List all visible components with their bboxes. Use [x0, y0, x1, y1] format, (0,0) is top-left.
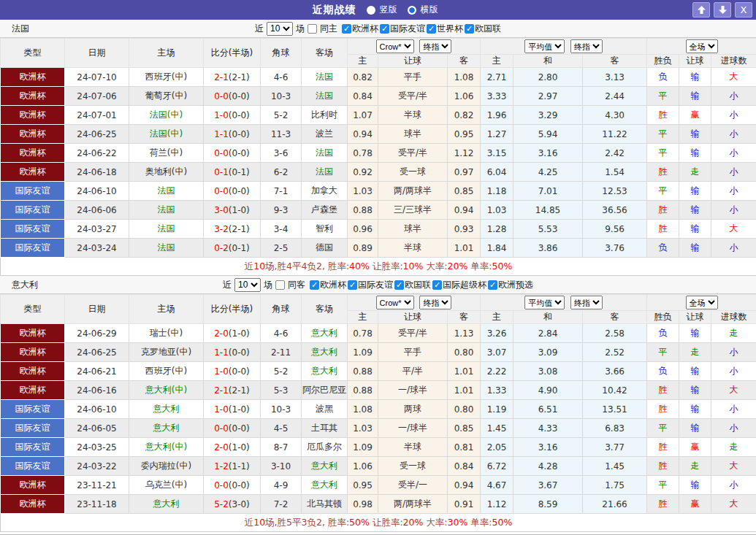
home-team: 奥地利(中) [129, 163, 204, 182]
vertical-layout-label[interactable]: 竖版 [380, 4, 397, 16]
competition-filter[interactable]: ✓世界杯 [427, 23, 463, 35]
away-handicap-odds: 0.80 [448, 343, 481, 362]
competition-filter[interactable]: ✓欧洲预选 [488, 279, 533, 291]
corner-score: 7-1 [261, 182, 302, 201]
table-row: 国际友谊 24-03-27 法国 3-2(2-1) 3-4 智利 0.96 球半… [1, 220, 756, 239]
away-handicap-odds: 0.85 [448, 419, 481, 438]
result-goals: 小 [711, 163, 756, 182]
odds-source-select[interactable]: Crow* [376, 39, 414, 53]
avg-source-select[interactable]: 平均值 [524, 39, 565, 53]
avg-source-select[interactable]: 平均值 [524, 296, 565, 309]
match-date: 24-07-06 [65, 87, 129, 106]
result-winlose: 平 [647, 144, 679, 163]
home-handicap-odds: 1.09 [348, 343, 378, 362]
same-venue-label[interactable]: 同客 [288, 279, 305, 291]
close-button[interactable]: X [735, 2, 752, 18]
competition-label[interactable]: 欧国联 [405, 279, 431, 291]
handicap-line: 一/球半 [378, 419, 448, 438]
page-title: 近期战绩 [313, 4, 356, 17]
competition-checkbox[interactable]: ✓ [380, 24, 389, 34]
home-team: 意大利 [129, 495, 204, 514]
odds-time-select[interactable]: 终指 [419, 39, 451, 53]
competition-label[interactable]: 欧洲杯 [352, 23, 378, 35]
result-scope-select[interactable]: 全场 [686, 39, 718, 53]
avg-away-odds: 3.13 [583, 68, 647, 87]
home-team: 法国(中) [129, 106, 204, 125]
col-away: 客场 [302, 295, 348, 324]
home-handicap-odds: 1.03 [348, 419, 378, 438]
table-row: 国际友谊 24-06-10 法国 0-0(0-0) 7-1 加拿大 1.03 两… [1, 182, 756, 201]
result-goals: 小 [711, 125, 756, 144]
competition-filter[interactable]: ✓欧洲杯 [342, 23, 378, 35]
away-team: 法国 [302, 144, 348, 163]
handicap-line: 半球 [378, 106, 448, 125]
match-score: 3-2(2-1) [204, 220, 261, 239]
summary-label: 场,胜4平4负2, 胜率: [265, 261, 349, 272]
match-score: 5-2(3-0) [204, 495, 261, 514]
competition-label[interactable]: 世界杯 [437, 23, 463, 35]
competition-label[interactable]: 国际友谊 [358, 279, 393, 291]
horizontal-layout-label[interactable]: 横版 [421, 4, 438, 16]
competition-checkbox[interactable]: ✓ [310, 280, 319, 290]
team-name: 法国 [12, 23, 29, 35]
competition-checkbox[interactable]: ✓ [432, 280, 442, 290]
result-goals: 大 [711, 68, 756, 87]
match-date: 24-03-22 [65, 457, 129, 476]
corner-score: 7-2 [261, 495, 302, 514]
competition-label[interactable]: 欧国联 [475, 23, 501, 35]
result-handicap: 输 [679, 476, 711, 495]
competition-checkbox[interactable]: ✓ [465, 24, 474, 34]
competition-filter[interactable]: ✓国际友谊 [348, 279, 393, 291]
same-venue-label[interactable]: 同主 [320, 23, 337, 35]
odds-source-select[interactable]: Crow* [376, 296, 414, 309]
competition-filter[interactable]: ✓欧国联 [465, 23, 501, 35]
competition-filter[interactable]: ✓欧国联 [394, 279, 431, 291]
competition-filter[interactable]: ✓国际友谊 [380, 23, 425, 35]
competition-checkbox[interactable]: ✓ [427, 24, 436, 34]
competition-checkbox[interactable]: ✓ [394, 280, 404, 290]
competition-label[interactable]: 欧洲预选 [498, 279, 533, 291]
recent-count-select[interactable]: 10 [267, 22, 293, 36]
competition-checkbox[interactable]: ✓ [342, 24, 351, 34]
avg-away-odds: 2.52 [583, 343, 647, 362]
corner-score: 9-3 [261, 201, 302, 220]
avg-time-select[interactable]: 终指 [570, 39, 603, 53]
competition-label[interactable]: 国际友谊 [390, 23, 425, 35]
odds-time-select[interactable]: 终指 [419, 296, 451, 309]
horizontal-layout-radio[interactable] [408, 6, 416, 15]
handicap-line: 一/球半 [378, 381, 448, 400]
same-venue-checkbox[interactable] [308, 24, 317, 34]
competition-checkbox[interactable]: ✓ [488, 280, 497, 290]
handicap-line: 受一球 [378, 457, 448, 476]
avg-draw-odds: 3.29 [513, 106, 583, 125]
result-goals: 小 [711, 144, 756, 163]
summary-label: 单率: [467, 261, 492, 272]
competition-label[interactable]: 国际超级杯 [443, 279, 486, 291]
match-type-badge: 国际友谊 [1, 182, 65, 201]
competition-filter[interactable]: ✓国际超级杯 [432, 279, 486, 291]
avg-home-odds: 1.12 [481, 495, 513, 514]
vertical-layout-radio[interactable] [367, 6, 375, 15]
move-up-button[interactable] [692, 2, 710, 18]
competition-filter[interactable]: ✓欧洲杯 [310, 279, 346, 291]
competition-label[interactable]: 欧洲杯 [320, 279, 346, 291]
result-goals: 小 [711, 87, 756, 106]
avg-time-select[interactable]: 终指 [570, 296, 603, 309]
competition-checkbox[interactable]: ✓ [348, 280, 357, 290]
summary-label: 单率: [467, 517, 492, 528]
away-team: 卢森堡 [302, 201, 348, 220]
result-handicap: 走 [679, 457, 711, 476]
col-avg-home: 主 [481, 55, 513, 68]
same-venue-checkbox[interactable] [275, 280, 285, 290]
result-goals: 小 [711, 343, 756, 362]
match-date: 24-03-27 [65, 220, 129, 239]
layout-radio-group: 竖版 横版 [367, 4, 444, 16]
result-goals: 小 [711, 239, 756, 258]
result-scope-select[interactable]: 全场 [686, 296, 718, 309]
away-team: 智利 [302, 220, 348, 239]
move-down-button[interactable] [714, 2, 731, 18]
away-team: 加拿大 [302, 182, 348, 201]
corner-score: 11-3 [261, 125, 302, 144]
result-winlose: 胜 [647, 220, 679, 239]
recent-count-select[interactable]: 10 [234, 278, 261, 292]
